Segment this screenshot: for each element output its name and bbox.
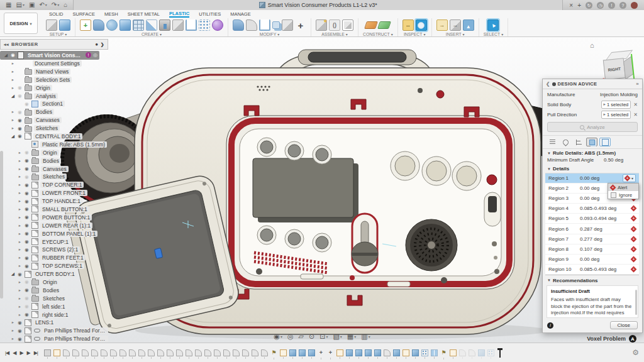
region-row-region-8[interactable]: Region 80.107 deg <box>545 244 639 255</box>
timeline-feature-sketch[interactable] <box>450 349 457 356</box>
shell-icon[interactable] <box>259 19 270 31</box>
visibility-eye-icon[interactable]: ◉ <box>17 336 23 342</box>
rigid-group-icon[interactable] <box>342 19 353 31</box>
expand-icon[interactable]: ▸ <box>18 207 22 212</box>
expand-icon[interactable]: ▸ <box>11 109 15 114</box>
region-row-region-9[interactable]: Region 90.00 deg <box>545 255 639 265</box>
visibility-eye-icon[interactable]: ◉ <box>17 272 23 277</box>
tree-item-section1[interactable]: ◉Section1 <box>0 100 108 108</box>
visibility-eye-icon[interactable]: ◉ <box>24 295 30 301</box>
expand-icon[interactable]: ▸ <box>18 150 22 155</box>
tree-item-outer-body-1[interactable]: ◢◉OUTER BODY:1 <box>0 270 108 278</box>
timeline-feature-fillet[interactable] <box>148 349 155 356</box>
split-body-icon[interactable] <box>282 19 293 31</box>
tree-item-sketches[interactable]: ▸◉Sketches <box>0 124 108 133</box>
expand-icon[interactable]: ▸ <box>18 199 22 204</box>
menu-item-alert[interactable]: Alert <box>608 184 638 191</box>
visibility-eye-icon[interactable]: ◉ <box>24 247 30 253</box>
tree-item-analysis[interactable]: ◢◉Analysis <box>0 92 108 100</box>
group-label-select[interactable]: SELECT▾ <box>484 32 503 36</box>
timeline-feature-mirror[interactable] <box>431 349 438 356</box>
lattice-icon[interactable] <box>199 19 210 31</box>
timeline-feature-pattern[interactable] <box>487 349 494 356</box>
tree-item-lower-rear-1-1[interactable]: ▸◉LOWER REAR (1):1 <box>0 221 108 229</box>
visibility-eye-icon[interactable]: ◉ <box>17 133 23 139</box>
home-tab-icon[interactable]: ⌂ <box>64 2 67 8</box>
fillet-icon[interactable] <box>246 19 257 31</box>
expand-icon[interactable]: ▸ <box>11 118 15 123</box>
group-label-assemble[interactable]: ASSEMBLE▾ <box>321 32 348 36</box>
tree-item-plastic-rule-abs-1-5mm-[interactable]: Plastic Rule: ABS (1.5mm) <box>0 140 108 148</box>
info-icon[interactable]: i <box>547 322 553 329</box>
list-view-tab-icon[interactable] <box>547 138 558 146</box>
tree-item-bodies[interactable]: ▸◉Bodies <box>0 156 108 165</box>
pan-icon[interactable]: ▱ <box>299 333 304 340</box>
expand-icon[interactable]: ▸ <box>18 304 22 309</box>
expand-icon[interactable]: ◢ <box>11 272 15 277</box>
visibility-eye-icon[interactable]: ◉ <box>24 287 30 293</box>
visibility-eye-icon[interactable]: ◉ <box>24 214 30 220</box>
new-setup-icon[interactable] <box>46 19 57 31</box>
expand-icon[interactable]: ▸ <box>18 263 22 268</box>
redo-icon[interactable]: ↷▾ <box>52 2 59 8</box>
timeline-feature-sketch[interactable] <box>53 349 60 356</box>
timeline-feature-pattern[interactable] <box>421 349 428 356</box>
select-tool-icon[interactable] <box>487 19 499 31</box>
step-back-icon[interactable]: ◀ <box>13 350 16 356</box>
timeline-feature-fillet[interactable] <box>186 349 192 356</box>
tree-item-bottom-panel-1-1[interactable]: ▸◉BOTTOM PANEL (1):1 <box>0 229 108 238</box>
ribbon-tab-solid[interactable]: SOLID <box>49 11 64 17</box>
expand-icon[interactable]: ▸ <box>18 280 22 285</box>
tree-item-bodies[interactable]: ▸◉Bodies <box>0 108 108 116</box>
tree-item-document-settings[interactable]: ▸Document Settings <box>0 60 108 68</box>
model-control-panel[interactable] <box>226 99 514 305</box>
new-tab-icon[interactable]: + <box>577 2 581 9</box>
report-tab-icon[interactable] <box>599 138 611 146</box>
move-copy-icon[interactable]: + <box>295 19 306 31</box>
tree-item-central-body-1[interactable]: ◢◉CENTRAL BODY:1 <box>0 133 108 141</box>
model-slider[interactable] <box>352 214 378 273</box>
visibility-eye-icon[interactable]: ◉ <box>24 174 30 180</box>
timeline-feature-solid[interactable] <box>393 349 400 356</box>
region-row-region-6[interactable]: Region 60.287 deg <box>545 224 639 234</box>
timeline-feature-solid[interactable] <box>289 349 296 356</box>
tree-item-named-views[interactable]: ▸Named Views <box>0 67 108 75</box>
timeline-feature-fillet[interactable] <box>204 349 211 356</box>
save-icon[interactable]: ▣ <box>29 2 35 8</box>
expand-icon[interactable]: ▸ <box>11 328 15 333</box>
timeline-playhead[interactable] <box>499 348 501 358</box>
file-menu-icon[interactable]: ▤▾ <box>16 2 24 8</box>
expand-icon[interactable]: ▸ <box>18 223 22 228</box>
menu-item-ignore[interactable]: Ignore <box>608 191 638 199</box>
play-icon[interactable]: ▶ <box>19 350 23 356</box>
timeline-feature-flag[interactable]: ⚑ <box>440 349 447 356</box>
loft-icon[interactable] <box>146 19 157 31</box>
expand-icon[interactable]: ◢ <box>11 134 15 139</box>
visibility-eye-icon[interactable]: ◉ <box>24 279 30 285</box>
close-button[interactable]: Close <box>610 321 638 329</box>
group-label-setup[interactable]: SETUP▾ <box>50 32 67 36</box>
timeline-feature-fillet[interactable] <box>101 349 108 356</box>
tree-item-origin[interactable]: ▸◉Origin <box>0 278 108 287</box>
timeline-feature-fillet[interactable] <box>195 349 202 356</box>
expand-icon[interactable]: ▸ <box>18 239 22 244</box>
timeline-settings-icon[interactable]: ⚙ <box>632 348 639 357</box>
combine-icon[interactable] <box>272 21 280 29</box>
visibility-eye-icon[interactable]: ◉ <box>10 52 16 58</box>
region-row-region-4[interactable]: Region 40.085-0.493 deg <box>545 204 639 214</box>
home-view-icon[interactable]: ⌂ <box>590 41 594 49</box>
timeline-feature-fillet[interactable] <box>261 349 268 356</box>
manufacture-value[interactable]: Injection Molding <box>600 92 638 97</box>
workspace-selector[interactable]: DESIGN ▾ <box>4 13 38 34</box>
timeline-feature-fillet[interactable] <box>157 349 164 356</box>
timeline-feature-sketch[interactable] <box>336 349 343 356</box>
visibility-eye-icon[interactable]: ◉ <box>24 166 30 172</box>
expand-icon[interactable]: ▸ <box>11 320 15 325</box>
tree-item-lower-front-1[interactable]: ▸◉LOWER FRONT:1 <box>0 189 108 197</box>
timeline-feature-flag[interactable]: ⚑ <box>270 349 277 356</box>
browser-root-item[interactable]: ◢ ◉ Smart Vision Consumer ... ! ◎ <box>0 51 99 60</box>
tree-item-canvases[interactable]: ▸◉Canvases <box>0 165 108 173</box>
visibility-eye-icon[interactable]: ◉ <box>17 85 23 90</box>
timeline-feature-solid[interactable] <box>299 349 306 356</box>
notifications-icon[interactable]: ! <box>608 2 615 9</box>
